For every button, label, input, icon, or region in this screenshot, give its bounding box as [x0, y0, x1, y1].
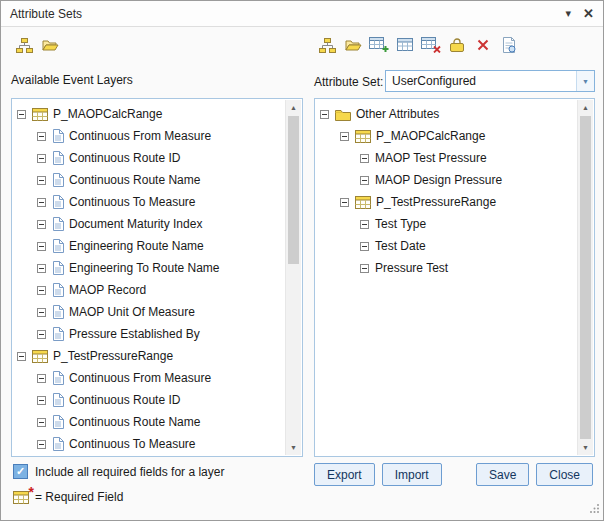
tree-item-pressure-established-by[interactable]: Pressure Established By [13, 323, 285, 345]
include-required-fields-label: Include all required fields for a layer [35, 465, 224, 479]
collapse-box-icon[interactable] [360, 242, 369, 251]
collapse-box-icon[interactable] [37, 308, 46, 317]
tree-item-label: Continuous Route ID [69, 151, 180, 165]
package-attribute-set-icon[interactable] [444, 33, 470, 57]
collapse-box-icon[interactable] [360, 264, 369, 273]
tree-item-maop-test-pressure[interactable]: MAOP Test Pressure [316, 147, 577, 169]
tree-item-continuous-to-measure[interactable]: Continuous To Measure [13, 433, 285, 455]
tree-item-label: P_TestPressureRange [376, 195, 496, 209]
import-button[interactable]: Import [382, 463, 442, 486]
right-scrollbar-thumb[interactable] [580, 116, 591, 439]
collapse-box-icon[interactable] [17, 110, 26, 119]
titlebar[interactable]: Attribute Sets ▾ ✕ [1, 1, 603, 27]
save-button[interactable]: Save [476, 463, 529, 486]
collapse-box-icon[interactable] [37, 374, 46, 383]
tree-item-label: Test Date [375, 239, 426, 253]
include-required-fields-row: ✓ Include all required fields for a laye… [13, 464, 224, 479]
pin-menu-icon[interactable]: ▾ [566, 8, 572, 19]
attribute-set-value: UserConfigured [386, 74, 576, 88]
export-button[interactable]: Export [314, 463, 375, 486]
tree-item-label: Continuous To Measure [69, 195, 196, 209]
collapse-box-icon[interactable] [320, 110, 329, 119]
collapse-box-icon[interactable] [360, 220, 369, 229]
include-required-fields-checkbox[interactable]: ✓ [13, 464, 28, 479]
tree-item-p-maopcalcrange[interactable]: P_MAOPCalcRange [13, 103, 285, 125]
collapse-box-icon[interactable] [360, 154, 369, 163]
tree-item-maop-unit-of-measure[interactable]: MAOP Unit Of Measure [13, 301, 285, 323]
tree-item-label: P_TestPressureRange [53, 349, 173, 363]
table-icon[interactable] [392, 33, 418, 57]
resize-grip[interactable] [589, 503, 600, 517]
right-scrollbar[interactable]: ▲ ▼ [577, 100, 593, 455]
tree-item-p-maopcalcrange[interactable]: P_MAOPCalcRange [316, 125, 577, 147]
tree-item-label: MAOP Design Pressure [375, 173, 502, 187]
folder-icon [335, 108, 351, 121]
tree-item-continuous-to-measure[interactable]: Continuous To Measure [13, 191, 285, 213]
add-event-layer-icon[interactable] [11, 33, 37, 57]
open-event-layers-folder-icon[interactable] [37, 33, 63, 57]
layer-icon [355, 130, 371, 143]
delete-icon[interactable] [470, 33, 496, 57]
open-attribute-set-folder-icon[interactable] [340, 33, 366, 57]
tree-item-pressure-test[interactable]: Pressure Test [316, 257, 577, 279]
attribute-set-panel: Other AttributesP_MAOPCalcRangeMAOP Test… [314, 98, 595, 457]
add-table-icon[interactable] [366, 33, 392, 57]
tree-item-label: Engineering To Route Name [69, 261, 220, 275]
attribute-set-label: Attribute Set: [314, 75, 383, 89]
tree-item-continuous-route-name[interactable]: Continuous Route Name [13, 169, 285, 191]
attribute-set-dropdown[interactable]: UserConfigured ▼ [385, 70, 595, 92]
field-icon [52, 437, 64, 451]
left-scrollbar-thumb[interactable] [288, 116, 299, 264]
tree-item-label: P_MAOPCalcRange [53, 107, 162, 121]
scroll-down-icon[interactable]: ▼ [578, 440, 593, 455]
tree-item-document-maturity-index[interactable]: Document Maturity Index [13, 213, 285, 235]
tree-item-test-date[interactable]: Test Date [316, 235, 577, 257]
tree-item-continuous-route-id[interactable]: Continuous Route ID [13, 389, 285, 411]
collapse-box-icon[interactable] [37, 220, 46, 229]
tree-item-label: Pressure Established By [69, 327, 200, 341]
collapse-box-icon[interactable] [360, 176, 369, 185]
scroll-up-icon[interactable]: ▲ [286, 100, 301, 115]
collapse-box-icon[interactable] [37, 440, 46, 449]
tree-item-continuous-from-measure[interactable]: Continuous From Measure [13, 367, 285, 389]
new-attribute-set-icon[interactable] [314, 33, 340, 57]
chevron-down-icon[interactable]: ▼ [576, 71, 594, 91]
dialog-title: Attribute Sets [10, 7, 82, 21]
tree-item-maop-design-pressure[interactable]: MAOP Design Pressure [316, 169, 577, 191]
collapse-box-icon[interactable] [37, 264, 46, 273]
tree-item-engineering-route-name[interactable]: Engineering Route Name [13, 235, 285, 257]
tree-item-other-attributes[interactable]: Other Attributes [316, 103, 577, 125]
collapse-box-icon[interactable] [37, 154, 46, 163]
scroll-down-icon[interactable]: ▼ [286, 440, 301, 455]
tree-item-label: MAOP Record [69, 283, 146, 297]
remove-table-icon[interactable] [418, 33, 444, 57]
collapse-box-icon[interactable] [37, 396, 46, 405]
collapse-box-icon[interactable] [340, 198, 349, 207]
scroll-up-icon[interactable]: ▲ [578, 100, 593, 115]
tree-item-p-testpressurerange[interactable]: P_TestPressureRange [316, 191, 577, 213]
tree-item-label: MAOP Test Pressure [375, 151, 487, 165]
collapse-box-icon[interactable] [37, 286, 46, 295]
left-scrollbar[interactable]: ▲ ▼ [285, 100, 301, 455]
tree-item-p-testpressurerange[interactable]: P_TestPressureRange [13, 345, 285, 367]
collapse-box-icon[interactable] [37, 198, 46, 207]
collapse-box-icon[interactable] [37, 176, 46, 185]
collapse-box-icon[interactable] [17, 352, 26, 361]
tree-item-maop-record[interactable]: MAOP Record [13, 279, 285, 301]
tree-item-continuous-route-id[interactable]: Continuous Route ID [13, 147, 285, 169]
tree-item-label: Continuous Route Name [69, 173, 200, 187]
collapse-box-icon[interactable] [37, 330, 46, 339]
field-icon [52, 415, 64, 429]
tree-item-engineering-to-route-name[interactable]: Engineering To Route Name [13, 257, 285, 279]
tree-item-label: Continuous Route ID [69, 393, 180, 407]
collapse-box-icon[interactable] [37, 242, 46, 251]
collapse-box-icon[interactable] [37, 418, 46, 427]
tree-item-continuous-from-measure[interactable]: Continuous From Measure [13, 125, 285, 147]
collapse-box-icon[interactable] [37, 132, 46, 141]
close-button[interactable]: Close [536, 463, 593, 486]
tree-item-continuous-route-name[interactable]: Continuous Route Name [13, 411, 285, 433]
report-icon[interactable] [496, 33, 522, 57]
close-icon[interactable]: ✕ [583, 7, 594, 20]
tree-item-test-type[interactable]: Test Type [316, 213, 577, 235]
collapse-box-icon[interactable] [340, 132, 349, 141]
